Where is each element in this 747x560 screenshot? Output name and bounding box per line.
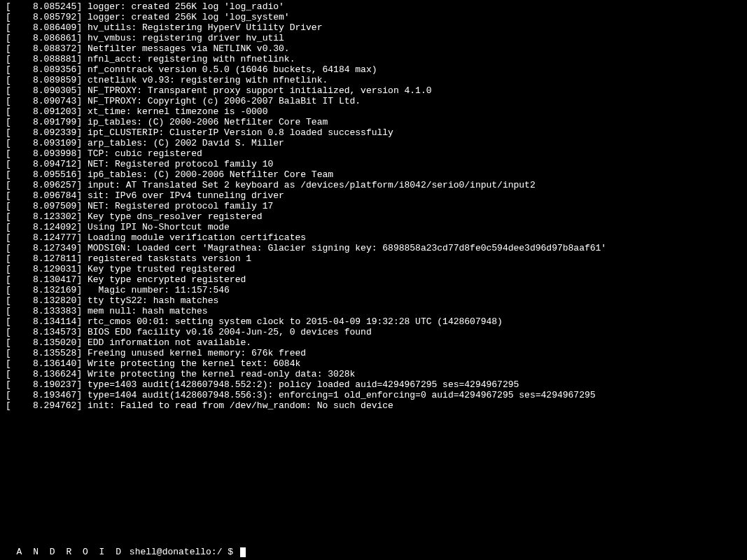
log-line: [ 8.132820] tty ttyS22: hash matches [6, 295, 741, 306]
log-line: [ 8.096784] sit: IPv6 over IPv4 tunnelin… [6, 190, 741, 201]
log-line: [ 8.093998] TCP: cubic registered [6, 148, 741, 159]
log-line: [ 8.134114] rtc_cmos 00:01: setting syst… [6, 316, 741, 327]
log-line: [ 8.086861] hv_vmbus: registering driver… [6, 33, 741, 43]
log-line: [ 8.091799] ip_tables: (C) 2000-2006 Net… [6, 117, 741, 127]
log-line: [ 8.093109] arp_tables: (C) 2002 David S… [6, 138, 741, 148]
log-line: [ 8.127811] registered taskstats version… [6, 253, 741, 264]
log-line: [ 8.089356] nf_conntrack version 0.5.0 (… [6, 64, 741, 75]
log-line: [ 8.094712] NET: Registered protocol fam… [6, 159, 741, 169]
log-line: [ 8.136140] Write protecting the kernel … [6, 358, 741, 369]
log-line: [ 8.130417] Key type encrypted registere… [6, 274, 741, 285]
log-line: [ 8.129031] Key type trusted registered [6, 264, 741, 274]
log-line: [ 8.088881] nfnl_acct: registering with … [6, 54, 741, 64]
log-line: [ 8.090305] NF_TPROXY: Transparent proxy… [6, 85, 741, 96]
log-line: [ 8.089859] ctnetlink v0.93: registering… [6, 75, 741, 85]
log-line: [ 8.135528] Freeing unused kernel memory… [6, 348, 741, 358]
log-line: [ 8.090743] NF_TPROXY: Copyright (c) 200… [6, 96, 741, 106]
log-line: [ 8.123302] Key type dns_resolver regist… [6, 211, 741, 222]
cursor-icon [240, 547, 246, 557]
log-line: [ 8.132169] Magic number: 11:157:546 [6, 285, 741, 295]
terminal-output: [ 8.085245] logger: created 256K log 'lo… [0, 0, 747, 412]
log-line: [ 8.085245] logger: created 256K log 'lo… [6, 1, 741, 12]
log-line: [ 8.096257] input: AT Translated Set 2 k… [6, 180, 741, 190]
log-line: [ 8.135020] EDD information not availabl… [6, 337, 741, 348]
log-line: [ 8.136624] Write protecting the kernel … [6, 369, 741, 379]
log-line: [ 8.124777] Loading module verification … [6, 232, 741, 243]
log-line: [ 8.095516] ip6_tables: (C) 2000-2006 Ne… [6, 169, 741, 180]
log-line: [ 8.294762] init: Failed to read from /d… [6, 400, 741, 411]
log-line: [ 8.097509] NET: Registered protocol fam… [6, 201, 741, 211]
log-line: [ 8.127349] MODSIGN: Loaded cert 'Magrat… [6, 243, 741, 253]
log-line: [ 8.092339] ipt_CLUSTERIP: ClusterIP Ver… [6, 127, 741, 138]
log-line: [ 8.134573] BIOS EDD facility v0.16 2004… [6, 327, 741, 337]
log-line: [ 8.091203] xt_time: kernel timezone is … [6, 106, 741, 117]
log-line: [ 8.088372] Netfilter messages via NETLI… [6, 43, 741, 54]
shell-prompt[interactable]: A N D R O I D shell@donatello:/ $ [6, 536, 246, 557]
log-line: [ 8.193467] type=1404 audit(1428607948.5… [6, 390, 741, 400]
log-line: [ 8.133383] mem null: hash matches [6, 306, 741, 316]
prompt-label: A N D R O I D [17, 547, 124, 557]
prompt-shell: shell@donatello:/ $ [124, 547, 239, 557]
log-line: [ 8.124092] Using IPI No-Shortcut mode [6, 222, 741, 232]
log-line: [ 8.086409] hv_utils: Registering HyperV… [6, 22, 741, 33]
log-line: [ 8.190237] type=1403 audit(1428607948.5… [6, 379, 741, 390]
log-line: [ 8.085792] logger: created 256K log 'lo… [6, 12, 741, 22]
